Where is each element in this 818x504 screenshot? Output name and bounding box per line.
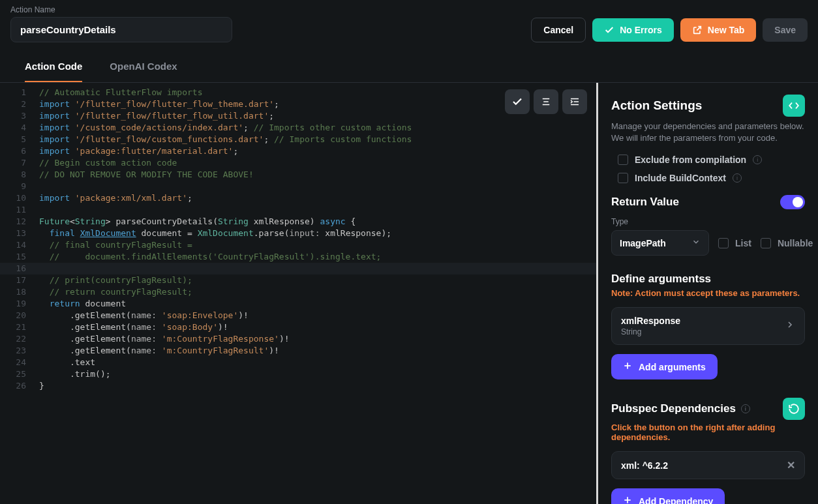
main: 1// Automatic FlutterFlow imports2import… — [0, 83, 818, 504]
top-bar: Action Name Cancel No Errors New Tab Sav… — [0, 0, 818, 52]
indent-button[interactable] — [562, 89, 587, 114]
new-tab-label: New Tab — [708, 25, 745, 35]
field-label: Action Name — [10, 5, 232, 14]
no-errors-label: No Errors — [620, 25, 662, 35]
chevron-right-icon — [785, 319, 795, 333]
remove-dep-icon[interactable]: ✕ — [787, 459, 795, 471]
tab-action-code[interactable]: Action Code — [25, 52, 82, 82]
return-value-title: Return Value — [611, 196, 679, 209]
list-check[interactable]: List — [718, 238, 751, 248]
argument-info: xmlResponse String — [621, 316, 680, 336]
side-panel: Action Settings Manage your dependencies… — [596, 83, 818, 504]
info-icon[interactable]: i — [741, 404, 750, 413]
dependency-input[interactable]: xml: ^6.2.2 ✕ — [611, 451, 805, 479]
type-value: ImagePath — [620, 238, 666, 248]
add-dependency-button[interactable]: Add Dependency — [611, 488, 725, 504]
code-editor[interactable]: 1// Automatic FlutterFlow imports2import… — [0, 83, 596, 504]
external-icon — [692, 25, 703, 35]
list-checkbox[interactable] — [718, 238, 729, 248]
add-arguments-button[interactable]: Add arguments — [611, 354, 718, 379]
apply-button[interactable] — [505, 89, 530, 114]
dependency-value: xml: ^6.2.2 — [621, 460, 668, 471]
list-label: List — [735, 238, 751, 248]
return-value-row: Return Value — [611, 195, 805, 209]
plus-icon — [623, 496, 632, 504]
code-settings-button[interactable] — [783, 95, 805, 117]
add-dependency-label: Add Dependency — [639, 496, 713, 504]
save-button[interactable]: Save — [763, 18, 808, 42]
define-args-note: Note: Action must accept these as parame… — [611, 288, 805, 298]
code-lines: 1// Automatic FlutterFlow imports2import… — [0, 83, 596, 392]
exclude-row[interactable]: Exclude from compilation i — [618, 155, 805, 165]
include-label: Include BuildContext — [635, 173, 726, 183]
argument-card[interactable]: xmlResponse String — [611, 307, 805, 345]
nullable-label: Nullable — [778, 238, 813, 248]
chevron-down-icon — [691, 237, 701, 248]
return-value-toggle[interactable] — [780, 195, 805, 209]
align-center-button[interactable] — [534, 89, 558, 114]
refresh-deps-button[interactable] — [783, 398, 805, 420]
include-row[interactable]: Include BuildContext i — [618, 173, 805, 183]
argument-type: String — [621, 327, 680, 336]
define-args-title: Define argumentss — [611, 273, 711, 286]
type-select[interactable]: ImagePath — [611, 230, 709, 256]
editor-toolbar — [505, 89, 587, 114]
top-actions: Cancel No Errors New Tab Save — [531, 18, 808, 42]
add-arguments-label: Add arguments — [639, 362, 706, 372]
type-label: Type — [611, 217, 805, 226]
panel-subtitle: Manage your dependencies and parameters … — [611, 121, 805, 144]
plus-icon — [623, 361, 632, 372]
argument-name: xmlResponse — [621, 316, 680, 326]
tab-openai-codex[interactable]: OpenAI Codex — [110, 52, 177, 82]
action-name-input[interactable] — [10, 17, 232, 42]
panel-header: Action Settings — [611, 95, 805, 117]
no-errors-button[interactable]: No Errors — [592, 18, 674, 42]
nullable-checkbox[interactable] — [761, 238, 771, 248]
check-icon — [604, 25, 614, 35]
include-checkbox[interactable] — [618, 173, 628, 183]
cancel-button[interactable]: Cancel — [531, 18, 586, 42]
panel-title: Action Settings — [611, 98, 702, 113]
exclude-label: Exclude from compilation — [635, 155, 746, 165]
deps-row: Pubspec Dependencies i — [611, 398, 805, 420]
new-tab-button[interactable]: New Tab — [680, 18, 757, 42]
info-icon[interactable]: i — [753, 155, 762, 164]
type-row: ImagePath List Nullable — [611, 230, 805, 256]
tabs: Action Code OpenAI Codex — [0, 52, 818, 83]
define-args-row: Define argumentss — [611, 273, 805, 286]
nullable-check[interactable]: Nullable — [761, 238, 813, 248]
deps-title: Pubspec Dependencies i — [611, 402, 750, 415]
action-name-field: Action Name — [10, 5, 232, 42]
deps-note: Click the button on the right after addi… — [611, 422, 805, 442]
exclude-checkbox[interactable] — [618, 155, 628, 165]
info-icon[interactable]: i — [733, 173, 742, 183]
